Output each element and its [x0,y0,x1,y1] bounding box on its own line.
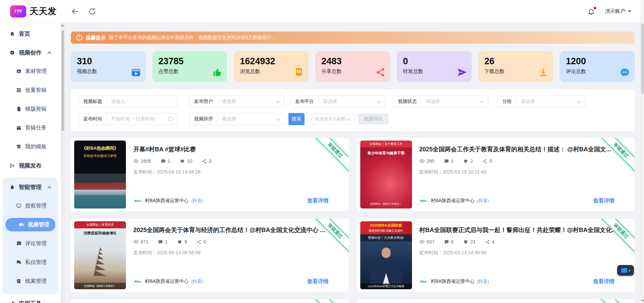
tools-icon [9,301,15,303]
sidebar-item-video-management[interactable]: 视频管理 [5,218,55,231]
platform-tag: (抖音) [477,278,489,285]
stat-label: 分享总数 [321,68,384,75]
chevron-down-icon [377,99,381,103]
video-thumbnail[interactable]: 全国两会｜关于教育工作 青少年体育与健康干预 全国两会《政府工作报告》 [360,141,412,209]
eye-icon [419,158,425,164]
video-stats: 1605 1 10 3 [133,158,338,164]
view-count: 1605 [133,158,151,164]
notifications-bell-icon[interactable] [588,8,595,15]
stat-card-forward-total: 0 转发总数 [397,51,472,82]
chevron-down-icon [276,99,280,103]
view-detail-link[interactable]: 查看详情 [307,278,329,285]
share-icon [196,239,201,244]
publish-time: 发布时间：2025-03-13 14:36:50 [419,250,624,256]
comment-count: 1 [160,158,170,164]
video-thumbnail[interactable]: 全国两会｜体育经济 消费提振和稳健增长 全国两会《政府工作报告》 [74,221,126,289]
chevron-down-icon [347,117,350,120]
author-name: 村BA陕西省运营中心 [145,198,189,204]
video-stats: 871 1 9 0 [133,239,338,244]
eye-icon [133,158,139,164]
stat-value: 1200 [566,56,629,67]
stat-card-share-total: 2483 分享总数 [315,51,390,82]
sidebar-item-my-templates[interactable]: 我的模板 [0,140,61,153]
app-logo: TTF 天天发 [10,5,57,17]
group-label: 分组 [498,99,516,105]
sidebar-item-batch-edit[interactable]: 批量剪辑 [0,83,61,97]
publish-time-range-field[interactable]: 发布时间 开始时间 -- 结束时间 [78,113,178,125]
notice-text: 除了本平台发布的视频记录会长期保存外，视频数据仅支持同步近5天数据统计。 [109,35,276,41]
share-icon [202,159,207,164]
chevron-down-icon [480,99,484,103]
publish-user-placeholder: 请选择 [218,99,275,105]
heart-icon [463,239,468,244]
sidebar-item-smart-management[interactable]: 智能管理 [3,180,58,194]
view-detail-link[interactable]: 查看详情 [593,197,614,204]
export-count-select[interactable]: 请选择导出条数 [311,114,355,124]
video-title-field[interactable]: 视频标题 [78,96,178,108]
stat-label: 评论总数 [566,68,629,75]
account-menu[interactable]: 演示账户 [605,8,631,14]
content-scrollbar [61,23,65,303]
dm-management-icon [16,260,21,265]
comment-count: 1 [444,158,454,164]
topbar-right: 演示账户 [588,8,631,15]
sidebar-item-video-publish[interactable]: 视频发布 [0,159,61,172]
view-count: 871 [133,239,148,244]
video-title: 2025全国两会关于体育与经济的工作总结！@村BA全国文化交流中心 ... [133,226,338,234]
thumbnail-art [91,247,109,276]
stat-value: 0 [403,56,466,67]
chevron-down-icon [276,117,280,120]
stat-card-like-total: 23785 点赞总数 [152,51,227,82]
stat-card-view-total: 1624932 浏览总数 [234,51,309,82]
main-content: ! 温馨提示 除了本平台发布的视频记录会长期保存外，视频数据仅支持同步近5天数据… [65,23,644,303]
publish-user-select[interactable]: 发布用户 请选择 [189,96,284,108]
group-select[interactable]: 分组 请选择 [497,96,586,108]
chevron-up-icon [47,186,51,190]
video-publish-icon [9,163,15,168]
notice-title: 温馨提示 [86,35,106,41]
content-scrollbar-thumb[interactable] [61,30,64,131]
sidebar-item-lead-management[interactable]: 线索管理 [3,274,58,288]
account-name: 演示账户 [605,8,625,14]
video-thumbnail[interactable]: 《村BA热血瞬间》 草根篮球的激情与梦想 [74,141,126,209]
stat-label: 下载总数 [485,68,547,75]
scroll-up-icon[interactable] [61,25,64,27]
comment-count: 1 [158,239,168,244]
search-button[interactable]: 搜索 [288,113,305,125]
notice-banner: ! 温馨提示 除了本平台发布的视频记录会长期保存外，视频数据仅支持同步近5天数据… [71,32,635,44]
sidebar-item-dm-management[interactable]: 私信管理 [3,256,58,269]
sidebar-item-edit-tasks[interactable]: 剪辑任务 [0,121,61,135]
publish-platform-select[interactable]: 发布平台 请选择 [290,96,385,108]
scroll-down-icon[interactable] [641,299,644,301]
like-count: 10 [180,158,192,164]
sidebar-item-video-create[interactable]: 视频创作 [0,46,61,59]
floating-widget[interactable] [617,265,634,276]
video-title-input[interactable] [107,99,177,104]
video-thumbnail[interactable]: 2025村BA全国联赛 陕西赛区球队招募正式进行 誓师出征！只为家乡而战! 20… [360,221,412,289]
video-sort-select[interactable]: 视频排序 请选择 [189,113,284,125]
sidebar-item-home[interactable]: 首页 [0,27,61,40]
heart-icon [180,158,185,164]
smart-management-icon [9,184,15,190]
sidebar-item-tools[interactable]: 实用工具 [0,297,61,303]
video-sort-placeholder: 请选择 [218,116,275,122]
sidebar-item-material[interactable]: 素材管理 [0,65,61,78]
sidebar-item-template-edit[interactable]: 模版剪辑 [0,102,61,116]
view-detail-link[interactable]: 查看详情 [307,197,329,204]
video-status-select[interactable]: 视频状态 请选择 [393,96,488,108]
like-count: 2 [463,158,473,164]
video-create-icon [9,50,15,55]
audit-status-ribbon: 审核通过 [597,299,635,303]
stat-label: 转发总数 [403,68,466,75]
video-management-icon [19,222,24,227]
back-icon[interactable] [71,7,80,16]
chevron-up-icon [47,51,51,55]
heart-icon [177,239,182,244]
window-scrollbar-thumb[interactable] [641,24,644,94]
sidebar-item-auth-management[interactable]: 授权管理 [3,199,58,213]
export-button[interactable]: 数据导出 [358,114,388,124]
view-detail-link[interactable]: 查看详情 [593,278,614,285]
author-avatar: 村BA [419,277,428,286]
refresh-icon[interactable] [88,7,96,15]
sidebar-item-comment-management[interactable]: 评论管理 [3,237,58,250]
